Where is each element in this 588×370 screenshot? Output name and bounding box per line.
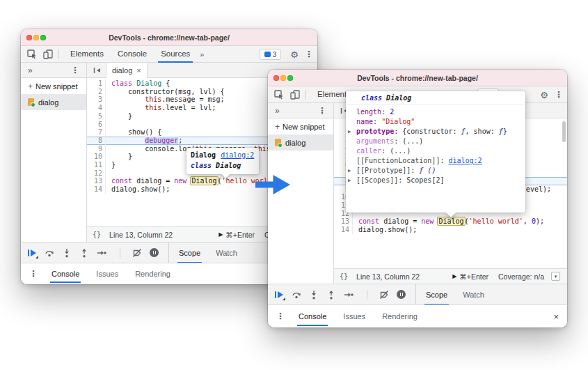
close-drawer-icon[interactable]: × (553, 311, 559, 322)
devtools-window-front: DevTools - chrome://new-tab-page/ Elemen… (268, 70, 567, 327)
class-keyword: class (361, 94, 382, 102)
more-tabs-icon[interactable]: » (197, 50, 207, 59)
window-title: DevTools - chrome://new-tab-page/ (21, 29, 317, 46)
tab-sources[interactable]: Sources (154, 46, 197, 63)
line-number[interactable]: 13 (334, 217, 352, 226)
main-menu-icon[interactable]: ⋮ (305, 49, 313, 59)
step-over-icon[interactable] (292, 290, 301, 300)
tab-watch[interactable]: Watch (216, 242, 237, 263)
expand-arrow-icon[interactable]: ▶ (348, 166, 351, 176)
drawer-tab-issues[interactable]: Issues (88, 263, 127, 284)
new-snippet-button[interactable]: + New snippet (21, 78, 86, 94)
console-messages-button[interactable]: 3 (260, 49, 281, 60)
divider (367, 290, 367, 300)
titlebar: DevTools - chrome://new-tab-page/ (21, 29, 317, 46)
devtools-toolbar: Elements Console Sources » 3 ⚙ ⋮ (21, 46, 317, 63)
expand-panels-icon[interactable]: » (275, 106, 280, 116)
line-number[interactable]: 4 (87, 104, 105, 112)
sidebar-nav: » ⋮ (268, 103, 333, 118)
pretty-print-icon[interactable]: {} (340, 272, 348, 280)
code-line[interactable]: 14dialog.show(); (334, 226, 567, 234)
step-into-icon[interactable] (309, 290, 319, 300)
tab-watch[interactable]: Watch (463, 284, 484, 305)
line-number[interactable]: 13 (87, 177, 105, 185)
hide-navigator-icon[interactable] (93, 66, 102, 75)
line-number[interactable]: 5 (87, 112, 105, 121)
pause-on-exceptions-icon[interactable] (397, 290, 406, 299)
step-out-icon[interactable] (326, 290, 336, 300)
expand-panels-icon[interactable]: » (28, 65, 33, 75)
deactivate-breakpoints-icon[interactable] (132, 248, 142, 258)
popover-property-row: arguments: (...) (346, 137, 525, 146)
popover-property-row: length: 2 (346, 107, 525, 117)
line-number[interactable]: 7 (87, 128, 105, 137)
expand-arrow-icon[interactable]: ▶ (348, 127, 351, 137)
step-icon[interactable] (344, 290, 353, 300)
tab-elements[interactable]: Elements (63, 46, 111, 63)
object-properties-popover: classDialog length: 2name: "Dialog"▶prot… (346, 91, 525, 213)
step-out-icon[interactable] (79, 248, 89, 258)
drawer-menu-icon[interactable]: ⋮ (276, 311, 285, 321)
drawer-tab-console[interactable]: Console (290, 305, 335, 327)
step-icon[interactable] (97, 248, 106, 258)
tab-scope[interactable]: Scope (426, 284, 447, 305)
settings-gear-icon[interactable]: ⚙ (540, 91, 548, 100)
pause-on-exceptions-icon[interactable] (150, 248, 159, 257)
function-preview-tooltip: Dialogdialog:2 classDialog (186, 148, 259, 174)
window-title: DevTools - chrome://new-tab-page/ (268, 70, 567, 86)
device-toolbar-icon[interactable] (290, 90, 300, 100)
pretty-print-icon[interactable]: {} (93, 231, 101, 238)
popover-property-row[interactable]: ▶[[Prototype]]: ƒ () (346, 166, 525, 176)
tooltip-class-keyword: class (191, 162, 212, 169)
drawer-tab-console[interactable]: Console (43, 263, 88, 284)
step-into-icon[interactable] (62, 248, 72, 258)
sidebar-item-dialog[interactable]: dialog (268, 134, 333, 151)
editor-scrollbar[interactable] (562, 121, 566, 142)
line-number[interactable]: 6 (87, 121, 105, 129)
tab-scope[interactable]: Scope (179, 242, 200, 263)
editor-tab-dialog[interactable]: dialog × (106, 63, 148, 78)
tooltip-source-link[interactable]: dialog:2 (221, 151, 254, 159)
resume-script-icon[interactable] (28, 249, 37, 257)
inspect-element-icon[interactable] (27, 49, 37, 59)
popover-property-row: caller: (...) (346, 146, 525, 156)
coverage-status: Coverage: n/a (498, 272, 544, 281)
inspect-element-icon[interactable] (274, 90, 284, 100)
debugger-sidebar-tabs: Scope Watch (415, 284, 484, 305)
line-number[interactable]: 11 (87, 161, 105, 169)
line-number[interactable]: 8 (87, 137, 105, 145)
drawer-menu-icon[interactable]: ⋮ (29, 269, 38, 279)
expand-panel-icon[interactable]: ▾ (551, 272, 560, 281)
line-number[interactable]: 14 (334, 226, 352, 234)
line-number[interactable]: 1 (87, 79, 105, 88)
line-number[interactable]: 9 (87, 145, 105, 153)
step-over-icon[interactable] (45, 248, 54, 258)
sidebar-item-dialog[interactable]: dialog (21, 94, 86, 110)
line-number[interactable]: 3 (87, 95, 105, 104)
close-tab-icon[interactable]: × (136, 66, 141, 75)
line-number[interactable]: 14 (87, 185, 105, 194)
code-line[interactable]: 13const dialog = new Dialog('hello world… (334, 217, 567, 226)
drawer-tab-rendering[interactable]: Rendering (127, 263, 179, 284)
sidebar-menu-icon[interactable]: ⋮ (318, 106, 326, 116)
deactivate-breakpoints-icon[interactable] (379, 290, 389, 300)
sidebar-menu-icon[interactable]: ⋮ (71, 65, 79, 75)
settings-gear-icon[interactable]: ⚙ (290, 50, 299, 59)
main-menu-icon[interactable]: ⋮ (555, 90, 563, 100)
popover-property-row[interactable]: ▶prototype: {constructor: ƒ, show: ƒ} (346, 127, 525, 137)
desktop: DevTools - chrome://new-tab-page/ Elemen… (0, 0, 588, 370)
line-number[interactable]: 10 (87, 153, 105, 161)
new-snippet-button[interactable]: + New snippet (268, 118, 333, 134)
drawer-tab-issues[interactable]: Issues (335, 305, 374, 327)
drawer-tab-rendering[interactable]: Rendering (374, 305, 426, 327)
run-snippet-icon[interactable]: ▶ (218, 231, 223, 238)
line-number[interactable]: 2 (87, 88, 105, 96)
resume-script-icon[interactable] (275, 291, 284, 299)
tab-console[interactable]: Console (111, 46, 154, 63)
tooltip-function-name: Dialog (191, 151, 216, 159)
run-snippet-icon[interactable]: ▶ (452, 273, 456, 279)
line-number[interactable]: 12 (87, 169, 105, 178)
device-toolbar-icon[interactable] (43, 49, 53, 59)
expand-arrow-icon[interactable]: ▶ (348, 176, 351, 185)
popover-property-row[interactable]: ▶[[Scopes]]: Scopes[2] (346, 176, 525, 185)
